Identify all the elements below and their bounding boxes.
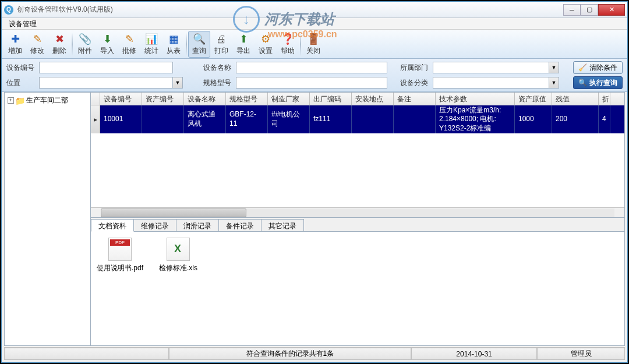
minimize-button[interactable]: ─ [563, 4, 581, 16]
dropdown-icon[interactable]: ▼ [173, 77, 183, 89]
main-area: + 📁 生产车间二部 设备编号 资产编号 设备名称 规格型号 制造厂家 出厂编码… [4, 92, 625, 346]
door-icon: 🚪 [306, 32, 320, 46]
cell-asset-original: 1000 [515, 105, 552, 133]
titlebar[interactable]: Q 创奇设备管理软件V9.0(试用版) ─ ▢ ✕ [2, 2, 627, 18]
edit-button[interactable]: ✎修改 [26, 31, 48, 58]
x-icon: ✖ [52, 32, 66, 46]
query-button[interactable]: 🔍查询 [188, 31, 210, 58]
col-salvage[interactable]: 残值 [552, 93, 599, 105]
label-device-no: 设备编号 [6, 63, 36, 73]
label-category: 设备分类 [400, 78, 429, 88]
plus-icon: ✚ [8, 32, 22, 46]
col-depreciation[interactable]: 折 [599, 93, 610, 105]
eraser-icon: 🧹 [578, 63, 587, 72]
label-location: 位置 [6, 78, 36, 88]
grid-body: ▸ 10001 离心式通风机 GBF-12-11 ##电机公司 fz111 压力… [91, 105, 624, 207]
col-tech-params[interactable]: 技术参数 [436, 93, 515, 105]
label-department: 所属部门 [400, 63, 429, 73]
file-xls[interactable]: 检修标准.xls [155, 238, 202, 273]
label-device-name: 设备名称 [203, 63, 232, 73]
app-icon: Q [4, 5, 13, 15]
import-button[interactable]: ⬇导入 [96, 31, 118, 58]
status-bar: 符合查询条件的记录共有1条 2014-10-31 管理员 [4, 347, 625, 360]
delete-button[interactable]: ✖删除 [48, 31, 70, 58]
col-spec-model[interactable]: 规格型号 [226, 93, 268, 105]
toolbar: ✚增加 ✎修改 ✖删除 📎附件 ⬇导入 ✎批修 📊统计 ▦从表 🔍查询 🖨打印 … [2, 30, 627, 59]
search-icon: 🔍 [192, 32, 206, 46]
cell-asset-no [142, 105, 184, 133]
scroll-thumb[interactable] [101, 208, 246, 217]
chart-icon: 📊 [144, 32, 158, 46]
tab-spare-parts[interactable]: 备件记录 [218, 219, 262, 231]
separator [300, 33, 301, 56]
col-manufacturer[interactable]: 制造厂家 [268, 93, 310, 105]
export-button[interactable]: ⬆导出 [232, 31, 255, 58]
close-tool-button[interactable]: 🚪关闭 [302, 31, 324, 58]
attachment-button[interactable]: 📎附件 [74, 31, 96, 58]
cell-manufacturer: ##电机公司 [268, 105, 310, 133]
help-button[interactable]: ❓帮助 [277, 31, 299, 58]
tab-lubrication[interactable]: 润滑记录 [176, 219, 219, 231]
import-icon: ⬇ [100, 32, 114, 46]
col-asset-original[interactable]: 资产原值 [515, 93, 552, 105]
cell-device-name: 离心式通风机 [184, 105, 226, 133]
col-device-name[interactable]: 设备名称 [184, 93, 226, 105]
export-icon: ⬆ [236, 32, 250, 46]
col-factory-code[interactable]: 出厂编码 [310, 93, 352, 105]
dropdown-icon[interactable]: ▼ [549, 77, 559, 89]
pdf-icon [108, 238, 132, 261]
menu-device-mgmt[interactable]: 设备管理 [5, 19, 40, 29]
cell-install-location [352, 105, 394, 133]
expand-icon[interactable]: + [8, 97, 14, 104]
from-table-button[interactable]: ▦从表 [162, 31, 185, 58]
batch-edit-button[interactable]: ✎批修 [118, 31, 140, 58]
col-remark[interactable]: 备注 [394, 93, 436, 105]
input-device-name[interactable] [236, 62, 387, 73]
grid-header: 设备编号 资产编号 设备名称 规格型号 制造厂家 出厂编码 安装地点 备注 技术… [91, 93, 624, 105]
settings-button[interactable]: ⚙设置 [255, 31, 277, 58]
input-device-no[interactable] [39, 62, 173, 73]
close-button[interactable]: ✕ [598, 4, 625, 16]
col-device-no[interactable]: 设备编号 [100, 93, 142, 105]
status-date: 2014-10-31 [411, 348, 538, 360]
input-category[interactable] [433, 77, 549, 89]
clear-button[interactable]: 🧹清除条件 [573, 61, 623, 74]
print-button[interactable]: 🖨打印 [210, 31, 232, 58]
status-empty [4, 348, 169, 360]
tree-panel: + 📁 生产车间二部 [5, 93, 91, 345]
execute-query-button[interactable]: 🔍执行查询 [573, 76, 623, 89]
cell-depreciation: 4 [599, 105, 610, 133]
folder-icon: 📁 [15, 96, 25, 105]
stats-button[interactable]: 📊统计 [140, 31, 162, 58]
file-name: 使用说明书.pdf [97, 263, 143, 273]
tabs-header: 文档资料 维修记录 润滑记录 备件记录 其它记录 [91, 218, 624, 232]
label-spec-model: 规格型号 [203, 78, 232, 88]
grid-marker-header [91, 93, 100, 105]
search-icon: 🔍 [578, 79, 587, 87]
xls-icon [167, 238, 190, 261]
add-button[interactable]: ✚增加 [4, 31, 26, 58]
search-panel: 设备编号 设备名称 所属部门 ▼ 🧹清除条件 位置 ▼ 规格型号 设备分类 ▼ … [2, 59, 627, 92]
cell-remark [394, 105, 436, 133]
col-asset-no[interactable]: 资产编号 [142, 93, 184, 105]
cell-factory-code: fz111 [310, 105, 352, 133]
cell-spec-model: GBF-12-11 [226, 105, 268, 133]
tab-docs[interactable]: 文档资料 [91, 219, 134, 232]
tab-maintenance[interactable]: 维修记录 [133, 219, 176, 231]
tab-content: 使用说明书.pdf 检修标准.xls [91, 232, 624, 345]
input-spec-model[interactable] [236, 77, 387, 89]
main-window: Q 创奇设备管理软件V9.0(试用版) ─ ▢ ✕ 设备管理 ✚增加 ✎修改 ✖… [1, 1, 628, 363]
maximize-button[interactable]: ▢ [581, 4, 598, 16]
col-install-location[interactable]: 安装地点 [352, 93, 394, 105]
menubar: 设备管理 [2, 18, 627, 30]
separator [72, 33, 73, 56]
tab-other[interactable]: 其它记录 [261, 219, 304, 231]
dropdown-icon[interactable]: ▼ [549, 62, 559, 73]
horizontal-scrollbar[interactable] [91, 207, 624, 217]
file-pdf[interactable]: 使用说明书.pdf [97, 238, 143, 273]
table-row[interactable]: ▸ 10001 离心式通风机 GBF-12-11 ##电机公司 fz111 压力… [91, 105, 624, 133]
input-location[interactable] [39, 77, 173, 89]
table-icon: ▦ [167, 32, 181, 46]
input-department[interactable] [433, 62, 549, 73]
tree-node-root[interactable]: + 📁 生产车间二部 [7, 95, 88, 106]
